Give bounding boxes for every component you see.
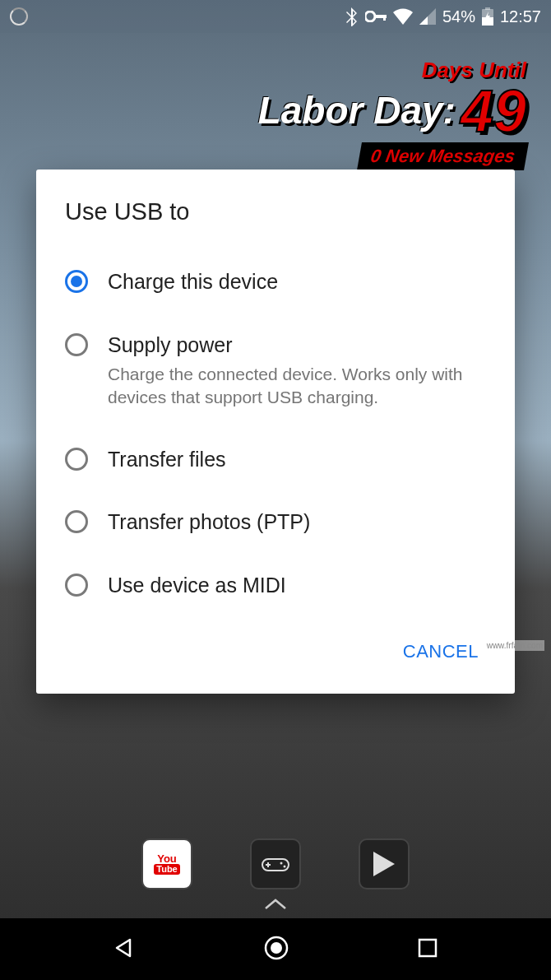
radio-icon: [65, 574, 88, 597]
sync-spinner-icon: [10, 7, 28, 26]
svg-rect-5: [485, 7, 490, 10]
battery-charging-icon: [482, 7, 493, 26]
svg-rect-11: [419, 940, 436, 956]
cell-signal-icon: [419, 8, 436, 25]
status-bar: 54% 12:57: [0, 0, 551, 33]
option-label: Transfer files: [108, 446, 486, 473]
option-description: Charge the connected device. Works only …: [108, 363, 486, 410]
new-messages-label: 0 New Messages: [357, 142, 529, 170]
options-list: Charge this device Supply power Charge t…: [36, 234, 515, 616]
option-charge-device[interactable]: Charge this device: [36, 250, 515, 314]
radio-icon: [65, 448, 88, 471]
option-supply-power[interactable]: Supply power Charge the connected device…: [36, 314, 515, 428]
option-label: Use device as MIDI: [108, 572, 486, 599]
option-transfer-photos[interactable]: Transfer photos (PTP): [36, 490, 515, 554]
back-button[interactable]: [113, 937, 135, 962]
recent-apps-button[interactable]: [418, 938, 438, 961]
svg-point-0: [365, 12, 375, 21]
vpn-key-icon: [365, 11, 387, 22]
bluetooth-icon: [345, 7, 359, 26]
youtube-app-icon[interactable]: YouTube: [141, 838, 192, 889]
radio-icon: [65, 270, 88, 293]
svg-rect-2: [383, 15, 386, 21]
svg-point-8: [284, 866, 286, 868]
navigation-bar: [0, 918, 551, 980]
play-store-app-icon[interactable]: [359, 838, 410, 889]
svg-point-10: [271, 942, 282, 954]
games-app-icon[interactable]: [250, 838, 301, 889]
option-midi[interactable]: Use device as MIDI: [36, 554, 515, 617]
countdown-widget: Days Until Labor Day: 49 0 New Messages: [258, 58, 526, 170]
event-label: Labor Day:: [258, 93, 456, 129]
battery-percentage: 54%: [442, 7, 475, 26]
radio-icon: [65, 510, 88, 533]
option-label: Transfer photos (PTP): [108, 509, 486, 536]
radio-icon: [65, 333, 88, 356]
app-drawer-caret-icon[interactable]: [264, 889, 287, 916]
app-dock: YouTube: [0, 838, 551, 889]
option-transfer-files[interactable]: Transfer files: [36, 428, 515, 491]
watermark: www.frfam.com: [485, 640, 544, 651]
wifi-icon: [393, 8, 413, 25]
days-count: 49: [461, 83, 526, 139]
usb-options-dialog: Use USB to Charge this device Supply pow…: [36, 170, 515, 694]
clock-time: 12:57: [500, 7, 541, 26]
dialog-title: Use USB to: [36, 170, 515, 234]
cancel-button[interactable]: CANCEL: [391, 633, 490, 671]
home-button[interactable]: [263, 935, 289, 964]
option-label: Supply power: [108, 332, 486, 359]
svg-point-7: [280, 862, 283, 865]
option-label: Charge this device: [108, 268, 486, 295]
